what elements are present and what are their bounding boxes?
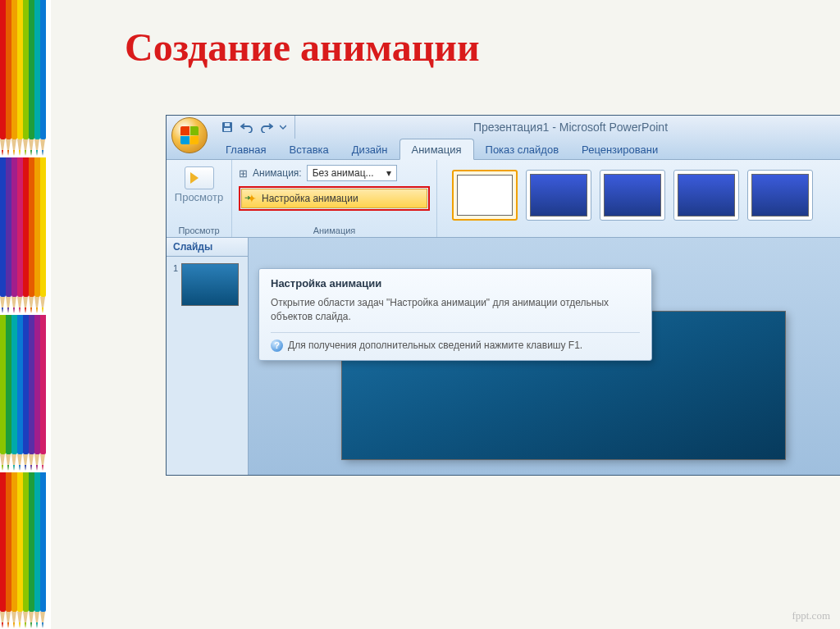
pencil: [29, 157, 34, 313]
transition-gallery: [444, 163, 840, 221]
svg-rect-2: [225, 123, 230, 126]
transition-item[interactable]: [526, 170, 591, 221]
transition-item[interactable]: [673, 170, 739, 221]
window-title: Презентация1 - Microsoft PowerPoint: [295, 121, 840, 134]
tab-design[interactable]: Дизайн: [340, 139, 399, 159]
animation-combo-value: Без анимац...: [313, 167, 374, 179]
group-label-transitions: [444, 224, 840, 235]
tooltip-help: ? Для получения дополнительных сведений …: [271, 332, 640, 352]
pencil: [40, 315, 46, 471]
chevron-down-icon: ▾: [386, 167, 391, 179]
tab-review[interactable]: Рецензировани: [570, 139, 669, 159]
pencil: [6, 315, 11, 471]
tooltip-help-text: Для получения дополнительных сведений на…: [288, 340, 582, 351]
powerpoint-screenshot: Презентация1 - Microsoft PowerPoint Глав…: [166, 115, 840, 476]
tab-animation[interactable]: Анимация: [399, 139, 474, 160]
tab-home[interactable]: Главная: [214, 139, 277, 159]
group-label-preview: Просмотр: [173, 224, 225, 235]
ribbon-group-preview: Просмотр Просмотр: [167, 160, 232, 237]
preview-label: Просмотр: [175, 191, 223, 203]
pencil: [0, 157, 6, 313]
transition-none[interactable]: [452, 170, 518, 221]
slides-tab[interactable]: Слайды: [167, 238, 248, 257]
undo-icon[interactable]: [239, 119, 255, 135]
pencil: [6, 157, 11, 313]
pencil: [23, 472, 29, 628]
titlebar: Презентация1 - Microsoft PowerPoint: [167, 116, 840, 139]
pencil: [40, 472, 46, 628]
star-icon: ✦: [247, 192, 257, 205]
pencil: [34, 0, 40, 156]
pencil: [17, 472, 23, 628]
tab-slideshow[interactable]: Показ слайдов: [474, 139, 571, 159]
transition-item[interactable]: [747, 170, 813, 221]
pencil: [34, 315, 40, 471]
save-icon[interactable]: [219, 119, 235, 135]
pencil: [29, 0, 34, 156]
thumb-preview: [181, 263, 239, 306]
slides-pane: Слайды 1: [167, 238, 249, 475]
pencil: [0, 315, 6, 471]
pencil: [40, 157, 46, 313]
office-logo-icon: [180, 126, 199, 144]
office-button[interactable]: [171, 117, 208, 153]
tab-insert[interactable]: Вставка: [277, 139, 340, 159]
preview-button[interactable]: Просмотр: [173, 163, 225, 207]
preview-icon: [185, 166, 214, 189]
animation-settings-button[interactable]: ✦ Настройка анимации: [241, 189, 427, 208]
ribbon: Просмотр Просмотр ⊞ Анимация: Без анимац…: [167, 160, 840, 238]
pencil: [34, 157, 40, 313]
pencil: [34, 472, 40, 628]
transition-item[interactable]: [600, 170, 665, 221]
qat-dropdown-icon[interactable]: [278, 119, 288, 135]
animation-combo[interactable]: Без анимац... ▾: [307, 165, 397, 181]
watermark: fppt.com: [792, 609, 830, 622]
pencil: [23, 315, 29, 471]
help-icon: ?: [271, 340, 283, 352]
pencil: [6, 472, 11, 628]
tooltip: Настройка анимации Открытие области зада…: [258, 268, 652, 361]
group-label-animation: Анимация: [239, 224, 430, 235]
pencil: [23, 157, 29, 313]
animation-settings-label: Настройка анимации: [262, 193, 358, 204]
pencil: [11, 157, 17, 313]
pencil: [11, 315, 17, 471]
pencil: [17, 157, 23, 313]
tooltip-body: Открытие области задач "Настройка анимац…: [271, 296, 640, 324]
slide-content: Создание анимации Презента: [51, 0, 840, 629]
quick-access-toolbar: [212, 116, 295, 139]
animation-combo-label: Анимация:: [253, 167, 302, 179]
pencil-border: [0, 0, 51, 629]
animation-row: ⊞ Анимация: Без анимац... ▾: [239, 165, 430, 181]
pencil: [6, 0, 11, 156]
ribbon-tabs: Главная Вставка Дизайн Анимация Показ сл…: [167, 139, 840, 160]
slide-thumbnail[interactable]: 1: [173, 263, 241, 306]
ribbon-group-animation: ⊞ Анимация: Без анимац... ▾ ✦ Настройка …: [232, 160, 437, 237]
pencil: [11, 472, 17, 628]
anim-row-icon: ⊞: [239, 167, 248, 180]
thumb-number: 1: [173, 263, 178, 273]
redo-icon[interactable]: [258, 119, 275, 135]
pencil: [29, 472, 34, 628]
ribbon-group-transitions: [437, 160, 840, 237]
pencil: [23, 0, 29, 156]
pencil: [11, 0, 17, 156]
pencil: [17, 315, 23, 471]
pencil: [29, 315, 34, 471]
tooltip-title: Настройка анимации: [271, 277, 640, 289]
highlight-box: ✦ Настройка анимации: [239, 186, 430, 211]
pencil: [0, 0, 6, 156]
pencil: [17, 0, 23, 156]
pencil: [40, 0, 46, 156]
page-title: Создание анимации: [125, 25, 824, 70]
pencil: [0, 472, 6, 628]
svg-rect-1: [224, 128, 231, 131]
